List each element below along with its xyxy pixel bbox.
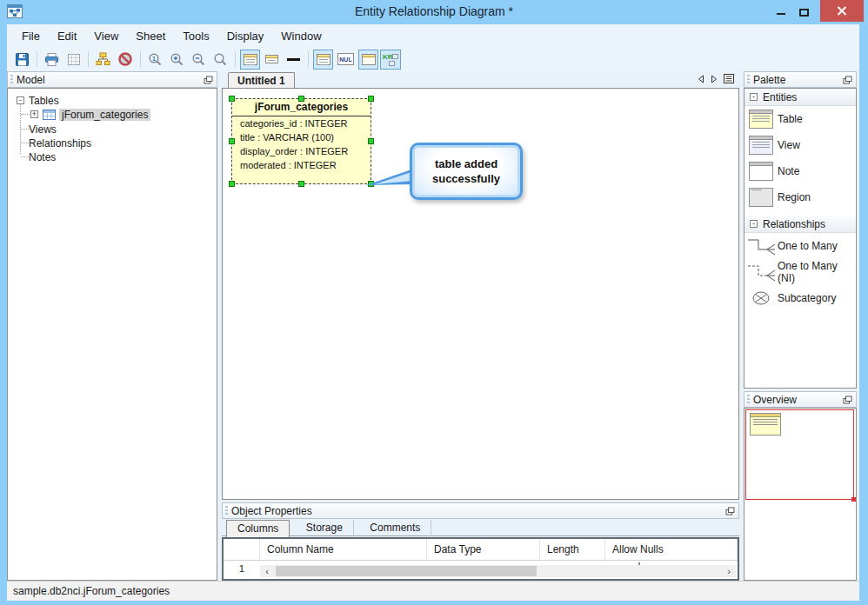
mini-table-header-icon (362, 54, 376, 65)
grid-header-column-name: Column Name (260, 539, 427, 560)
show-line-toggle[interactable] (284, 50, 304, 70)
tab-scroll-left-icon[interactable] (698, 75, 704, 83)
table-icon (43, 110, 56, 120)
palette-item-label: Region (778, 191, 811, 203)
window-title: Entity Relationship Diagram * (0, 4, 868, 18)
show-compact-toggle[interactable] (262, 50, 282, 70)
scrollbar-thumb[interactable] (276, 566, 537, 576)
show-attributes-toggle[interactable] (240, 50, 260, 70)
selection-handle[interactable] (368, 138, 374, 144)
zoom-icon (213, 52, 228, 67)
overview-header: Overview (744, 391, 857, 408)
float-panel-icon[interactable] (843, 76, 852, 84)
callout-tail (364, 163, 415, 191)
tree-label-views: Views (29, 123, 57, 136)
tree-item-tables[interactable]: - Tables (17, 94, 59, 107)
menu-edit[interactable]: Edit (49, 26, 85, 46)
grid-header-length: Length (540, 539, 605, 560)
zoom-out-button[interactable] (189, 50, 209, 70)
palette-item-view[interactable]: View (744, 132, 856, 158)
palette-item-subcategory[interactable]: Subcategory (744, 285, 856, 311)
palette-item-region[interactable]: Region (744, 184, 856, 210)
show-nullable-toggle[interactable]: NUL (335, 50, 357, 70)
palette-item-label: One to Many (NI) (778, 260, 856, 284)
palette-section-relationships[interactable]: - Relationships (744, 216, 856, 233)
zoom-actual-button[interactable]: 1 (145, 50, 165, 70)
palette-item-label: View (778, 139, 800, 151)
menu-sheet[interactable]: Sheet (127, 26, 174, 46)
page-grid-button[interactable] (63, 50, 83, 70)
collapse-icon[interactable]: - (750, 220, 758, 228)
selection-handle[interactable] (298, 96, 304, 102)
toolbar: 1 N (7, 47, 859, 71)
float-panel-icon[interactable] (204, 76, 213, 84)
menu-view[interactable]: View (85, 26, 127, 46)
menu-file[interactable]: File (13, 26, 49, 46)
region-thumbnail-icon (744, 188, 778, 207)
show-columns-toggle[interactable] (313, 50, 333, 70)
save-button[interactable] (12, 50, 32, 70)
collapse-icon[interactable]: - (17, 96, 24, 104)
tab-list-icon[interactable] (724, 74, 734, 83)
menu-display[interactable]: Display (218, 26, 273, 46)
section-label: Entities (763, 91, 797, 103)
show-header-toggle[interactable] (358, 50, 378, 70)
object-properties-header: Object Properties (222, 502, 739, 519)
overview-body (744, 408, 857, 581)
minimize-button[interactable] (770, 0, 792, 23)
one-to-many-icon (744, 236, 778, 256)
selection-handle[interactable] (298, 181, 304, 187)
mini-table-compact-icon (265, 55, 278, 63)
zoom-in-button[interactable] (167, 50, 187, 70)
delete-disabled-button[interactable] (115, 50, 136, 70)
palette-item-note[interactable]: Note (744, 158, 856, 184)
horizontal-scrollbar[interactable]: ‹ › (260, 565, 736, 577)
callout-bubble[interactable]: table added successfully (410, 143, 523, 200)
sheet-tab-untitled-1[interactable]: Untitled 1 (228, 72, 295, 88)
scroll-right-icon[interactable]: › (722, 565, 736, 577)
maximize-button[interactable] (792, 0, 815, 23)
app-window: Entity Relationship Diagram * File Edit … (0, 0, 868, 605)
menu-tools[interactable]: Tools (174, 26, 217, 46)
auto-layout-button[interactable] (93, 50, 113, 70)
expand-icon[interactable]: + (30, 110, 38, 118)
grid-header-allow-nulls: Allow Nulls (605, 539, 738, 560)
scroll-left-icon[interactable]: ‹ (260, 565, 274, 577)
collapse-icon[interactable]: - (750, 93, 758, 101)
tab-scroll-right-icon[interactable] (711, 75, 718, 83)
tab-storage[interactable]: Storage (296, 520, 354, 536)
show-keys-toggle[interactable]: KR (380, 50, 401, 70)
center-area: Untitled 1 jForum_categories categories_… (222, 71, 739, 581)
palette-item-one-to-many-ni[interactable]: One to Many (NI) (744, 259, 856, 285)
overview-viewport[interactable] (745, 409, 854, 500)
tree-item-notes[interactable]: Notes (29, 150, 56, 163)
sheet-tab-bar: Untitled 1 (222, 71, 739, 88)
zoom-button[interactable] (210, 50, 230, 70)
no-sign-icon (117, 51, 133, 67)
float-panel-icon[interactable] (725, 507, 735, 515)
close-button[interactable] (820, 0, 864, 22)
menu-window[interactable]: Window (272, 26, 330, 46)
print-button[interactable] (42, 50, 62, 70)
palette-item-label: One to Many (778, 240, 838, 252)
viewport-resize-handle[interactable] (851, 497, 856, 502)
tab-navigation (698, 74, 734, 83)
entity-jforum-categories[interactable]: jForum_categories categories_id : INTEGE… (231, 98, 371, 184)
tree-item-views[interactable]: Views (29, 123, 57, 136)
palette-item-table[interactable]: Table (744, 106, 856, 132)
tree-item-relationships[interactable]: Relationships (29, 136, 91, 150)
selection-handle[interactable] (229, 138, 235, 144)
tab-columns[interactable]: Columns (226, 520, 290, 538)
diagram-canvas[interactable]: jForum_categories categories_id : INTEGE… (222, 88, 739, 500)
overview-title: Overview (753, 394, 843, 406)
selection-handle[interactable] (229, 181, 235, 187)
tree-item-jforum-categories[interactable]: + jForum_categories (30, 108, 150, 121)
palette-item-one-to-many[interactable]: One to Many (744, 233, 856, 259)
selection-handle[interactable] (368, 96, 374, 102)
window-controls (770, 0, 864, 23)
float-panel-icon[interactable] (843, 396, 852, 404)
tab-comments[interactable]: Comments (359, 520, 431, 536)
palette-section-entities[interactable]: - Entities (744, 89, 856, 106)
selection-handle[interactable] (229, 96, 235, 102)
toolbar-separator (140, 51, 141, 67)
